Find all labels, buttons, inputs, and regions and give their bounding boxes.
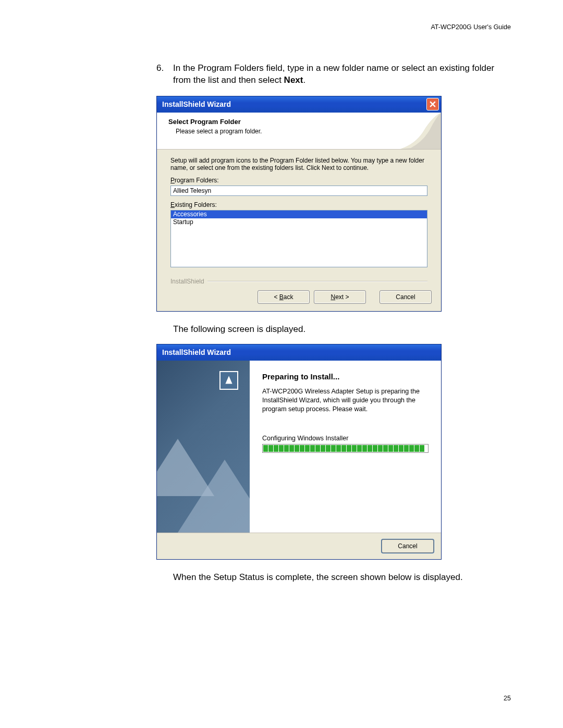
existing-folders-listbox[interactable]: Accessories Startup — [170, 210, 427, 267]
progress-segment — [399, 445, 403, 452]
progress-label: Configuring Windows Installer — [262, 435, 429, 442]
installshield-brand: InstallShield — [164, 278, 434, 285]
label-mnemonic: P — [170, 177, 175, 184]
dialog-title: InstallShield Wizard — [162, 100, 231, 108]
select-program-folder-dialog: InstallShield Wizard Select Program Fold… — [156, 96, 442, 312]
progress-segment — [404, 445, 409, 452]
paragraph: When the Setup Status is complete, the s… — [173, 572, 506, 583]
progress-segment — [409, 445, 414, 452]
dialog-footer: Cancel — [157, 533, 441, 559]
dialog-header-area: Select Program Folder Please select a pr… — [157, 113, 441, 150]
progress-segment — [420, 445, 424, 452]
wizard-side-graphic — [157, 361, 250, 533]
label-rest: rogram Folders: — [175, 177, 219, 184]
cancel-button[interactable]: Cancel — [380, 290, 432, 304]
close-icon — [430, 101, 436, 107]
dialog-body: Preparing to Install... AT-WCP200G Wirel… — [157, 361, 441, 533]
progress-segment — [368, 445, 372, 452]
step-text-part1: In the Program Folders field, type in a … — [173, 63, 494, 85]
existing-folders-label: Existing Folders: — [170, 201, 427, 208]
dialog-heading: Select Program Folder — [168, 118, 434, 126]
svg-marker-0 — [225, 376, 232, 384]
progress-segment — [347, 445, 351, 452]
progress-segment — [310, 445, 315, 452]
page-number: 25 — [504, 695, 511, 702]
step-text-bold: Next — [284, 75, 303, 85]
program-folders-input[interactable] — [170, 186, 427, 196]
progress-segment — [394, 445, 398, 452]
preparing-description: AT-WCP200G Wireless Adapter Setup is pre… — [262, 387, 429, 414]
progress-segment — [414, 445, 419, 452]
list-item[interactable]: Startup — [171, 218, 427, 226]
label-rest: xisting Folders: — [175, 201, 217, 208]
progress-segment — [373, 445, 377, 452]
progress-segment — [268, 445, 273, 452]
next-button[interactable]: Next > — [314, 290, 366, 304]
preparing-heading: Preparing to Install... — [262, 372, 429, 381]
preparing-to-install-dialog: InstallShield Wizard Preparing to Instal… — [156, 344, 442, 560]
list-item[interactable]: Accessories — [171, 211, 427, 218]
progress-segment — [336, 445, 341, 452]
label-mnemonic: E — [170, 201, 175, 208]
step-6: 6. In the Program Folders field, type in… — [156, 63, 506, 87]
progress-segment — [326, 445, 331, 452]
progress-segment — [352, 445, 357, 452]
dialog-subheading: Please select a program folder. — [176, 128, 434, 135]
progress-segment — [362, 445, 367, 452]
progress-segment — [295, 445, 299, 452]
document-header: AT-WCP200G User's Guide — [431, 23, 511, 31]
progress-segment — [388, 445, 393, 452]
divider-line — [207, 281, 427, 282]
dialog-footer: InstallShield < Back Next > Cancel — [157, 273, 441, 311]
progress-segment — [315, 445, 320, 452]
dialog-body: Setup will add program icons to the Prog… — [157, 150, 441, 273]
paragraph: The following screen is displayed. — [173, 324, 506, 335]
cancel-button[interactable]: Cancel — [382, 539, 434, 553]
back-button[interactable]: < Back — [258, 290, 310, 304]
progress-segment — [341, 445, 346, 452]
spacer — [370, 290, 375, 304]
progress-segment — [300, 445, 304, 452]
dialog-title: InstallShield Wizard — [162, 348, 231, 356]
dialog-description: Setup will add program icons to the Prog… — [170, 157, 427, 171]
close-button[interactable] — [426, 98, 439, 110]
progress-segment — [357, 445, 362, 452]
step-text: In the Program Folders field, type in a … — [173, 63, 506, 87]
wizard-content: Preparing to Install... AT-WCP200G Wirel… — [250, 361, 441, 533]
progress-segment — [274, 445, 278, 452]
installer-icon — [219, 371, 238, 390]
progress-segment — [378, 445, 383, 452]
dialog-titlebar[interactable]: InstallShield Wizard — [157, 96, 441, 113]
program-folders-label: Program Folders: — [170, 177, 427, 184]
page-curl-graphic — [400, 113, 441, 149]
progress-segment — [305, 445, 310, 452]
progress-segment — [331, 445, 336, 452]
dialog-titlebar[interactable]: InstallShield Wizard — [157, 344, 441, 361]
triangle-graphic — [178, 460, 250, 533]
step-number: 6. — [156, 63, 173, 73]
step-text-part2: . — [303, 75, 305, 85]
progress-segment — [284, 445, 289, 452]
progress-segment — [321, 445, 325, 452]
progress-bar — [262, 444, 429, 453]
progress-segment — [383, 445, 388, 452]
progress-segment — [279, 445, 284, 452]
progress-segment — [289, 445, 294, 452]
brand-text: InstallShield — [170, 278, 204, 285]
progress-segment — [263, 445, 268, 452]
